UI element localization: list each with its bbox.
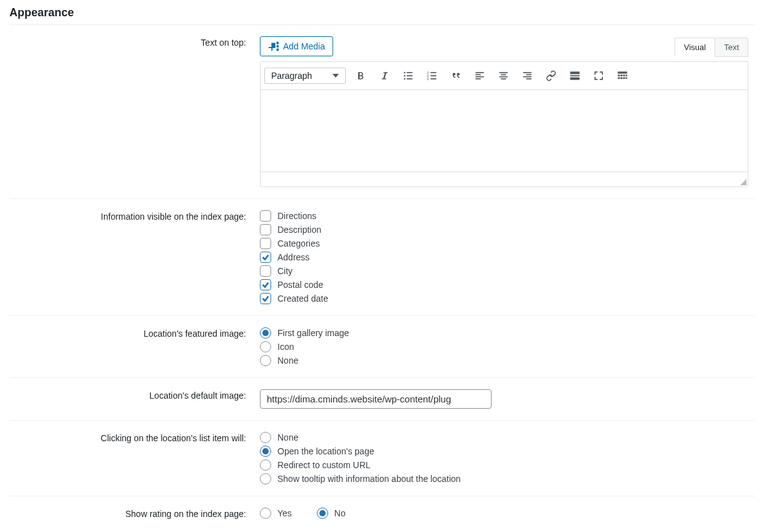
info-visible-option[interactable]: Created date (260, 293, 748, 304)
checkbox[interactable] (260, 265, 271, 277)
option-label: Postal code (277, 280, 323, 290)
radio[interactable] (260, 355, 271, 366)
add-media-button[interactable]: Add Media (260, 36, 333, 56)
show-rating-option[interactable]: No (317, 508, 346, 519)
option-label: Icon (277, 342, 294, 352)
italic-button[interactable] (373, 66, 396, 86)
featured-image-option[interactable]: Icon (260, 341, 748, 352)
featured-image-option[interactable]: None (260, 355, 748, 366)
show-rating-option[interactable]: Yes (260, 508, 292, 519)
chevron-down-icon (333, 74, 339, 78)
svg-rect-27 (618, 71, 627, 73)
radio[interactable] (260, 508, 271, 519)
click-action-option[interactable]: Redirect to custom URL (260, 459, 748, 471)
radio[interactable] (260, 446, 271, 457)
svg-rect-10 (431, 75, 436, 76)
info-visible-options: Directions Description Categories Addres… (260, 210, 748, 304)
info-visible-option[interactable]: Address (260, 252, 748, 263)
radio[interactable] (260, 327, 271, 339)
checkbox[interactable] (260, 238, 271, 249)
info-visible-option[interactable]: Directions (260, 210, 748, 222)
radio[interactable] (260, 341, 271, 352)
option-label: Yes (277, 508, 292, 518)
click-action-option[interactable]: Open the location's page (260, 446, 748, 457)
label-click-action: Clicking on the location's list item wil… (9, 421, 260, 496)
option-label: No (334, 508, 346, 518)
svg-rect-17 (501, 74, 506, 76)
option-label: City (277, 266, 292, 276)
svg-point-2 (404, 78, 406, 80)
bold-button[interactable] (349, 66, 372, 86)
bullet-list-button[interactable] (397, 66, 420, 86)
editor-statusbar (261, 171, 748, 187)
click-action-option[interactable]: Show tooltip with information about the … (260, 473, 748, 484)
svg-text:3: 3 (427, 77, 429, 81)
info-visible-option[interactable]: City (260, 265, 748, 277)
svg-rect-26 (570, 78, 580, 80)
add-media-label: Add Media (283, 41, 325, 51)
checkbox[interactable] (260, 279, 271, 290)
toolbar-toggle-button[interactable] (611, 66, 634, 86)
featured-image-option[interactable]: First gallery image (260, 327, 748, 339)
radio[interactable] (317, 508, 328, 519)
info-visible-option[interactable]: Postal code (260, 279, 748, 290)
svg-rect-16 (499, 72, 507, 73)
media-icon (268, 41, 279, 52)
label-default-image: Location's default image: (9, 378, 260, 421)
click-action-option[interactable]: None (260, 432, 748, 443)
blockquote-button[interactable] (445, 66, 467, 86)
option-label: None (277, 356, 298, 366)
svg-rect-32 (618, 78, 620, 79)
align-left-button[interactable] (468, 66, 491, 86)
show-rating-options: Yes No (260, 508, 748, 519)
svg-point-0 (404, 72, 406, 74)
label-info-visible: Information visible on the index page: (9, 199, 260, 316)
checkbox[interactable] (260, 293, 271, 304)
svg-rect-4 (407, 75, 413, 76)
svg-rect-5 (407, 78, 413, 79)
default-image-input[interactable] (260, 389, 492, 409)
fullscreen-button[interactable] (587, 66, 610, 86)
svg-rect-12 (475, 72, 483, 73)
format-select-value: Paragraph (271, 71, 312, 81)
checkbox[interactable] (260, 224, 271, 235)
numbered-list-button[interactable]: 123 (421, 66, 443, 86)
featured-image-options: First gallery image Icon None (260, 327, 748, 366)
checkbox[interactable] (260, 210, 271, 222)
info-visible-option[interactable]: Description (260, 224, 748, 235)
svg-rect-29 (621, 74, 622, 76)
svg-rect-33 (621, 78, 622, 79)
radio[interactable] (260, 473, 271, 484)
rich-text-editor: Paragraph 123 (260, 61, 748, 187)
option-label: First gallery image (277, 328, 349, 338)
resize-handle-icon[interactable] (739, 178, 746, 185)
info-visible-option[interactable]: Categories (260, 238, 748, 249)
option-label: None (277, 432, 298, 442)
link-button[interactable] (540, 66, 562, 86)
option-label: Created date (277, 294, 328, 304)
read-more-button[interactable] (564, 66, 586, 86)
align-right-button[interactable] (516, 66, 539, 86)
svg-rect-24 (570, 71, 580, 74)
svg-rect-9 (431, 72, 436, 73)
radio[interactable] (260, 459, 271, 471)
format-select[interactable]: Paragraph (264, 68, 346, 84)
align-center-button[interactable] (492, 66, 515, 86)
option-label: Redirect to custom URL (277, 460, 371, 470)
svg-rect-22 (523, 76, 531, 78)
radio[interactable] (260, 432, 271, 443)
checkbox[interactable] (260, 252, 271, 263)
tab-visual[interactable]: Visual (674, 38, 715, 57)
check-icon (261, 280, 270, 289)
svg-rect-28 (618, 74, 620, 76)
label-show-rating: Show rating on the index page: (9, 496, 260, 531)
svg-rect-19 (501, 78, 506, 79)
svg-rect-15 (475, 78, 480, 79)
check-icon (261, 253, 270, 262)
tab-text[interactable]: Text (715, 38, 748, 57)
label-featured-image: Location's featured image: (9, 316, 260, 378)
option-label: Description (277, 225, 321, 235)
editor-content[interactable] (261, 90, 748, 171)
svg-rect-21 (526, 74, 531, 76)
svg-rect-20 (523, 72, 531, 73)
